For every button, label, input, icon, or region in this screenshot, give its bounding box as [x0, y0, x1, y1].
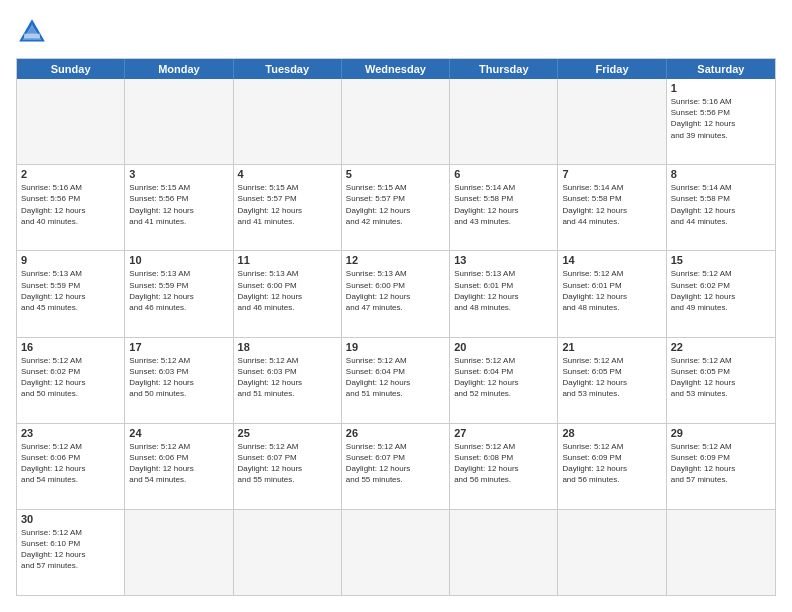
weekday-thursday: Thursday [450, 59, 558, 79]
day-info: Sunrise: 5:12 AMSunset: 6:10 PMDaylight:… [21, 527, 120, 572]
calendar-row-5: 30Sunrise: 5:12 AMSunset: 6:10 PMDayligh… [17, 509, 775, 595]
day-info: Sunrise: 5:13 AMSunset: 6:00 PMDaylight:… [346, 268, 445, 313]
day-number: 4 [238, 168, 337, 180]
day-info: Sunrise: 5:12 AMSunset: 6:05 PMDaylight:… [671, 355, 771, 400]
calendar-row-2: 9Sunrise: 5:13 AMSunset: 5:59 PMDaylight… [17, 250, 775, 336]
calendar-cell: 25Sunrise: 5:12 AMSunset: 6:07 PMDayligh… [234, 424, 342, 509]
day-info: Sunrise: 5:14 AMSunset: 5:58 PMDaylight:… [454, 182, 553, 227]
day-info: Sunrise: 5:12 AMSunset: 6:03 PMDaylight:… [129, 355, 228, 400]
day-number: 11 [238, 254, 337, 266]
day-info: Sunrise: 5:13 AMSunset: 5:59 PMDaylight:… [21, 268, 120, 313]
day-info: Sunrise: 5:12 AMSunset: 6:04 PMDaylight:… [454, 355, 553, 400]
day-info: Sunrise: 5:16 AMSunset: 5:56 PMDaylight:… [671, 96, 771, 141]
calendar-cell: 30Sunrise: 5:12 AMSunset: 6:10 PMDayligh… [17, 510, 125, 595]
calendar: Sunday Monday Tuesday Wednesday Thursday… [16, 58, 776, 596]
calendar-body: 1Sunrise: 5:16 AMSunset: 5:56 PMDaylight… [17, 79, 775, 595]
calendar-cell: 2Sunrise: 5:16 AMSunset: 5:56 PMDaylight… [17, 165, 125, 250]
calendar-cell: 29Sunrise: 5:12 AMSunset: 6:09 PMDayligh… [667, 424, 775, 509]
calendar-cell: 9Sunrise: 5:13 AMSunset: 5:59 PMDaylight… [17, 251, 125, 336]
calendar-cell: 18Sunrise: 5:12 AMSunset: 6:03 PMDayligh… [234, 338, 342, 423]
calendar-cell: 8Sunrise: 5:14 AMSunset: 5:58 PMDaylight… [667, 165, 775, 250]
day-number: 18 [238, 341, 337, 353]
day-number: 17 [129, 341, 228, 353]
calendar-row-3: 16Sunrise: 5:12 AMSunset: 6:02 PMDayligh… [17, 337, 775, 423]
weekday-tuesday: Tuesday [234, 59, 342, 79]
day-info: Sunrise: 5:13 AMSunset: 5:59 PMDaylight:… [129, 268, 228, 313]
day-info: Sunrise: 5:14 AMSunset: 5:58 PMDaylight:… [671, 182, 771, 227]
calendar-cell [558, 79, 666, 164]
day-info: Sunrise: 5:13 AMSunset: 6:00 PMDaylight:… [238, 268, 337, 313]
day-info: Sunrise: 5:12 AMSunset: 6:02 PMDaylight:… [671, 268, 771, 313]
day-number: 20 [454, 341, 553, 353]
header [16, 16, 776, 48]
day-number: 15 [671, 254, 771, 266]
calendar-cell [125, 510, 233, 595]
calendar-cell: 24Sunrise: 5:12 AMSunset: 6:06 PMDayligh… [125, 424, 233, 509]
calendar-cell: 28Sunrise: 5:12 AMSunset: 6:09 PMDayligh… [558, 424, 666, 509]
day-info: Sunrise: 5:16 AMSunset: 5:56 PMDaylight:… [21, 182, 120, 227]
day-info: Sunrise: 5:12 AMSunset: 6:06 PMDaylight:… [129, 441, 228, 486]
calendar-cell: 7Sunrise: 5:14 AMSunset: 5:58 PMDaylight… [558, 165, 666, 250]
logo-icon [16, 16, 48, 48]
calendar-row-1: 2Sunrise: 5:16 AMSunset: 5:56 PMDaylight… [17, 164, 775, 250]
day-info: Sunrise: 5:12 AMSunset: 6:01 PMDaylight:… [562, 268, 661, 313]
day-info: Sunrise: 5:12 AMSunset: 6:04 PMDaylight:… [346, 355, 445, 400]
day-info: Sunrise: 5:12 AMSunset: 6:08 PMDaylight:… [454, 441, 553, 486]
day-number: 30 [21, 513, 120, 525]
logo [16, 16, 52, 48]
day-number: 19 [346, 341, 445, 353]
calendar-cell: 14Sunrise: 5:12 AMSunset: 6:01 PMDayligh… [558, 251, 666, 336]
calendar-cell: 17Sunrise: 5:12 AMSunset: 6:03 PMDayligh… [125, 338, 233, 423]
day-number: 29 [671, 427, 771, 439]
day-number: 21 [562, 341, 661, 353]
calendar-cell [17, 79, 125, 164]
calendar-cell: 26Sunrise: 5:12 AMSunset: 6:07 PMDayligh… [342, 424, 450, 509]
calendar-cell: 16Sunrise: 5:12 AMSunset: 6:02 PMDayligh… [17, 338, 125, 423]
day-number: 28 [562, 427, 661, 439]
calendar-cell [450, 510, 558, 595]
calendar-cell [234, 510, 342, 595]
day-number: 6 [454, 168, 553, 180]
day-number: 25 [238, 427, 337, 439]
calendar-row-0: 1Sunrise: 5:16 AMSunset: 5:56 PMDaylight… [17, 79, 775, 164]
calendar-cell [342, 510, 450, 595]
day-info: Sunrise: 5:12 AMSunset: 6:03 PMDaylight:… [238, 355, 337, 400]
calendar-cell: 12Sunrise: 5:13 AMSunset: 6:00 PMDayligh… [342, 251, 450, 336]
calendar-cell: 20Sunrise: 5:12 AMSunset: 6:04 PMDayligh… [450, 338, 558, 423]
day-info: Sunrise: 5:15 AMSunset: 5:57 PMDaylight:… [238, 182, 337, 227]
calendar-cell [234, 79, 342, 164]
day-number: 23 [21, 427, 120, 439]
day-number: 2 [21, 168, 120, 180]
day-number: 10 [129, 254, 228, 266]
calendar-cell: 23Sunrise: 5:12 AMSunset: 6:06 PMDayligh… [17, 424, 125, 509]
calendar-header: Sunday Monday Tuesday Wednesday Thursday… [17, 59, 775, 79]
calendar-cell: 10Sunrise: 5:13 AMSunset: 5:59 PMDayligh… [125, 251, 233, 336]
calendar-cell: 1Sunrise: 5:16 AMSunset: 5:56 PMDaylight… [667, 79, 775, 164]
calendar-cell: 3Sunrise: 5:15 AMSunset: 5:56 PMDaylight… [125, 165, 233, 250]
day-number: 22 [671, 341, 771, 353]
day-number: 7 [562, 168, 661, 180]
day-info: Sunrise: 5:12 AMSunset: 6:09 PMDaylight:… [671, 441, 771, 486]
calendar-cell: 4Sunrise: 5:15 AMSunset: 5:57 PMDaylight… [234, 165, 342, 250]
weekday-saturday: Saturday [667, 59, 775, 79]
calendar-cell: 19Sunrise: 5:12 AMSunset: 6:04 PMDayligh… [342, 338, 450, 423]
calendar-cell: 15Sunrise: 5:12 AMSunset: 6:02 PMDayligh… [667, 251, 775, 336]
weekday-wednesday: Wednesday [342, 59, 450, 79]
calendar-row-4: 23Sunrise: 5:12 AMSunset: 6:06 PMDayligh… [17, 423, 775, 509]
calendar-cell: 5Sunrise: 5:15 AMSunset: 5:57 PMDaylight… [342, 165, 450, 250]
calendar-cell: 13Sunrise: 5:13 AMSunset: 6:01 PMDayligh… [450, 251, 558, 336]
weekday-monday: Monday [125, 59, 233, 79]
day-number: 9 [21, 254, 120, 266]
calendar-cell [450, 79, 558, 164]
day-number: 5 [346, 168, 445, 180]
day-number: 26 [346, 427, 445, 439]
day-number: 12 [346, 254, 445, 266]
day-info: Sunrise: 5:12 AMSunset: 6:07 PMDaylight:… [238, 441, 337, 486]
calendar-cell: 6Sunrise: 5:14 AMSunset: 5:58 PMDaylight… [450, 165, 558, 250]
day-info: Sunrise: 5:12 AMSunset: 6:06 PMDaylight:… [21, 441, 120, 486]
day-info: Sunrise: 5:13 AMSunset: 6:01 PMDaylight:… [454, 268, 553, 313]
calendar-cell: 27Sunrise: 5:12 AMSunset: 6:08 PMDayligh… [450, 424, 558, 509]
calendar-cell: 21Sunrise: 5:12 AMSunset: 6:05 PMDayligh… [558, 338, 666, 423]
day-info: Sunrise: 5:12 AMSunset: 6:07 PMDaylight:… [346, 441, 445, 486]
day-info: Sunrise: 5:14 AMSunset: 5:58 PMDaylight:… [562, 182, 661, 227]
